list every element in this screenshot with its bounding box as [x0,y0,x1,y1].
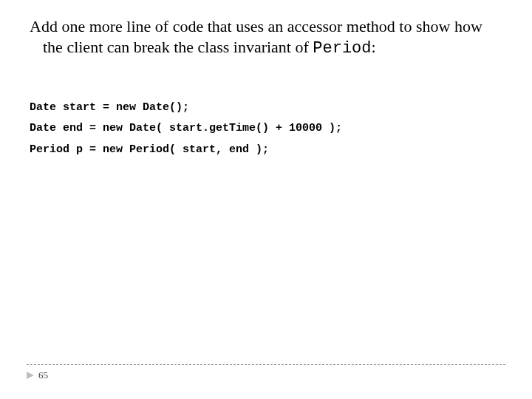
code-line-3: Period p = new Period( start, end ); [30,143,269,156]
svg-marker-0 [27,372,34,379]
prompt-text-before: Add one more line of code that uses an a… [30,17,482,56]
code-line-2: Date end = new Date( start.getTime() + 1… [30,122,342,134]
question-prompt: Add one more line of code that uses an a… [40,16,505,58]
slide-footer: 65 [27,364,505,381]
page-number: 65 [38,369,48,381]
page-number-row: 65 [27,369,505,381]
slide: Add one more line of code that uses an a… [0,0,532,399]
prompt-text-after: : [372,38,376,56]
play-marker-icon [27,372,34,379]
code-line-1: Date start = new Date(); [30,101,189,114]
footer-divider [27,364,505,365]
prompt-code-word: Period [313,39,371,58]
code-block: Date start = new Date(); Date end = new … [30,76,505,182]
